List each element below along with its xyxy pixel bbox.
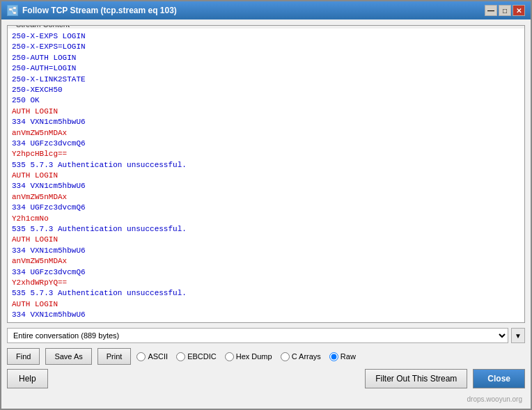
maximize-button[interactable]: □ (499, 5, 511, 16)
close-button[interactable]: Close (473, 369, 525, 388)
radio-label-hex_dump: Hex Dump (236, 352, 272, 361)
stream-line: AUTH LOGIN (12, 171, 520, 181)
title-bar-left: Follow TCP Stream (tcp.stream eq 103) (7, 5, 177, 16)
radio-item-c_arrays[interactable]: C Arrays (281, 352, 321, 361)
stream-line: 334 UGFzc3dvcmQ6 (12, 139, 520, 149)
save-as-button[interactable]: Save As (45, 348, 91, 365)
stream-line: Y2xhdWRpYQ== (12, 278, 520, 288)
button-row: Find Save As Print ASCIIEBCDICHex DumpC … (7, 348, 525, 365)
stream-line: 250-AUTH=LOGIN (12, 63, 520, 74)
stream-group-label: Stream Content (13, 25, 72, 29)
radio-label-ebcdic: EBCDIC (187, 352, 217, 361)
radio-item-hex_dump[interactable]: Hex Dump (225, 352, 272, 361)
window-content: Stream Content 250-X-EXPS LOGIN250-X-EXP… (1, 19, 531, 409)
stream-line: anVmZW5nMDAx (12, 128, 520, 139)
stream-line: 250 OK (12, 95, 520, 106)
main-window: Follow TCP Stream (tcp.stream eq 103) — … (0, 0, 532, 410)
radio-label-c_arrays: C Arrays (292, 352, 321, 361)
radio-item-raw[interactable]: Raw (329, 352, 356, 361)
print-button[interactable]: Print (97, 348, 132, 365)
stream-line: AUTH LOGIN (12, 107, 520, 117)
filter-out-button[interactable]: Filter Out This Stream (365, 369, 467, 388)
stream-line: anVmZW5nMDAx (12, 321, 520, 322)
stream-line: 334 UGFzc3dvcmQ6 (12, 203, 520, 213)
find-button[interactable]: Find (7, 348, 40, 365)
radio-hex_dump[interactable] (225, 352, 234, 361)
bottom-right: Filter Out This Stream Close (365, 369, 525, 388)
stream-line: 334 VXN1cm5hbwU6 (12, 310, 520, 320)
encoding-radio-group: ASCIIEBCDICHex DumpC ArraysRaw (136, 352, 525, 361)
svg-rect-1 (13, 7, 16, 9)
stream-line: 334 VXN1cm5hbwU6 (12, 246, 520, 256)
stream-line: 250-X-EXPS LOGIN (12, 31, 520, 42)
stream-line: AUTH LOGIN (12, 299, 520, 310)
window-close-button[interactable]: ✕ (513, 5, 525, 16)
radio-item-ascii[interactable]: ASCII (136, 352, 168, 361)
stream-line: 250-XEXCH50 (12, 85, 520, 95)
svg-line-3 (12, 8, 13, 10)
radio-raw[interactable] (329, 352, 338, 361)
stream-line: 535 5.7.3 Authentication unsuccessful. (12, 288, 520, 299)
conversation-dropdown-btn[interactable]: ▼ (511, 328, 525, 343)
radio-label-ascii: ASCII (148, 352, 168, 361)
stream-line: AUTH LOGIN (12, 235, 520, 245)
radio-ascii[interactable] (136, 352, 146, 361)
stream-line: anVmZW5nMDAx (12, 256, 520, 267)
svg-line-4 (12, 10, 13, 13)
radio-c_arrays[interactable] (281, 352, 290, 361)
stream-line: 334 VXN1cm5hbwU6 (12, 117, 520, 127)
radio-ebcdic[interactable] (176, 352, 185, 361)
radio-label-raw: Raw (341, 352, 356, 361)
watermark: drops.wooyun.org (7, 395, 525, 403)
stream-group: Stream Content 250-X-EXPS LOGIN250-X-EXP… (7, 25, 525, 323)
stream-line: 250-X-EXPS=LOGIN (12, 42, 520, 52)
minimize-button[interactable]: — (485, 5, 497, 16)
svg-rect-2 (13, 12, 16, 14)
stream-line: 250-X-LINK2STATE (12, 74, 520, 85)
stream-line: Y2h1cmNo (12, 214, 520, 224)
bottom-left: Help (7, 369, 48, 388)
stream-content-area[interactable]: 250-X-EXPS LOGIN250-X-EXPS=LOGIN250-AUTH… (8, 29, 524, 322)
stream-line: 535 5.7.3 Authentication unsuccessful. (12, 160, 520, 171)
stream-line: 334 UGFzc3dvcmQ6 (12, 267, 520, 278)
svg-rect-0 (9, 8, 12, 10)
stream-line: 535 5.7.3 Authentication unsuccessful. (12, 224, 520, 235)
stream-line: anVmZW5nMDAx (12, 192, 520, 203)
stream-line: 250-AUTH LOGIN (12, 53, 520, 63)
bottom-row: Help Filter Out This Stream Close (7, 369, 525, 391)
conversation-row: Entire conversation (889 bytes) ▼ (7, 327, 525, 344)
network-icon (7, 5, 18, 16)
title-buttons: — □ ✕ (485, 5, 525, 16)
help-button[interactable]: Help (7, 369, 48, 388)
conversation-select[interactable]: Entire conversation (889 bytes) (7, 328, 508, 343)
title-bar: Follow TCP Stream (tcp.stream eq 103) — … (1, 1, 531, 19)
stream-line: Y2hpcHBlcg== (12, 149, 520, 159)
radio-item-ebcdic[interactable]: EBCDIC (176, 352, 217, 361)
window-title: Follow TCP Stream (tcp.stream eq 103) (22, 6, 177, 15)
stream-line: 334 VXN1cm5hbwU6 (12, 181, 520, 191)
